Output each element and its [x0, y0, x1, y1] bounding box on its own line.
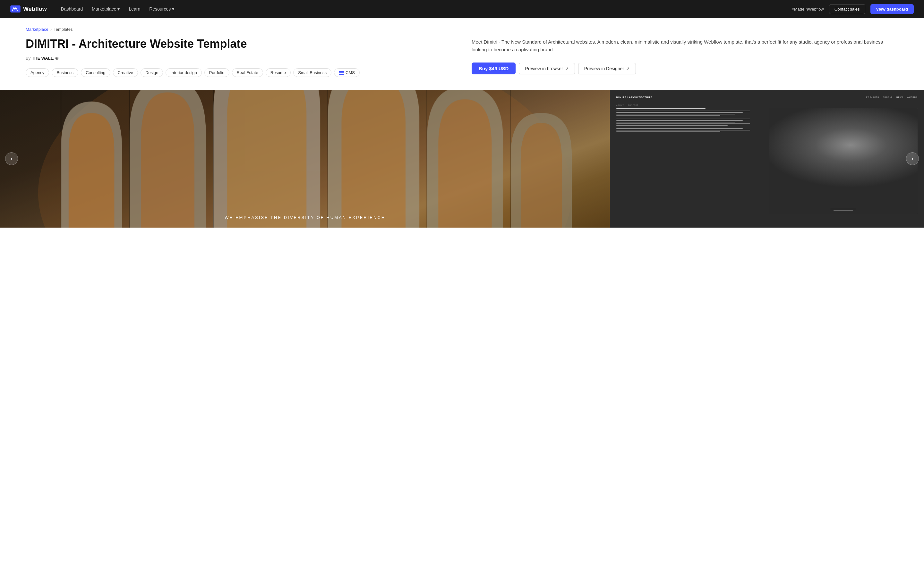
- chevron-left-icon: ‹: [11, 155, 13, 162]
- nav-dashboard[interactable]: Dashboard: [57, 5, 87, 13]
- nav-learn[interactable]: Learn: [125, 5, 144, 13]
- tag-agency[interactable]: Agency: [26, 68, 49, 77]
- breadcrumb-separator: ›: [50, 27, 52, 32]
- carousel: ‹: [0, 90, 924, 227]
- carousel-track: WE EMPHASISE THE DIVERSITY OF HUMAN EXPE…: [0, 90, 924, 227]
- breadcrumb: Marketplace › Templates: [0, 18, 924, 37]
- tag-consulting[interactable]: Consulting: [81, 68, 110, 77]
- hashtag-label: #MadeInWebflow: [792, 7, 824, 11]
- tag-resume[interactable]: Resume: [266, 68, 291, 77]
- author-by: By: [26, 56, 31, 61]
- action-buttons: Buy $49 USD Preview in browser ↗ Preview…: [472, 63, 898, 74]
- tag-creative[interactable]: Creative: [113, 68, 138, 77]
- author-name: THE WALL. ©: [32, 56, 58, 61]
- webflow-logo-icon: [10, 5, 21, 13]
- template-description: Meet Dimitri - The New Standard of Archi…: [472, 38, 898, 53]
- template-right: Meet Dimitri - The New Standard of Archi…: [472, 37, 898, 74]
- breadcrumb-marketplace[interactable]: Marketplace: [26, 27, 48, 32]
- logo-text: Webflow: [23, 6, 47, 13]
- logo[interactable]: Webflow: [10, 5, 47, 13]
- carousel-prev-button[interactable]: ‹: [5, 152, 18, 165]
- template-left: DIMITRI - Architecture Website Template …: [26, 37, 452, 77]
- tag-portfolio[interactable]: Portfolio: [204, 68, 229, 77]
- tag-interior-design[interactable]: Interior design: [166, 68, 202, 77]
- svg-rect-5: [0, 90, 610, 227]
- nav-resources[interactable]: Resources ▾: [145, 5, 178, 13]
- svg-rect-2: [339, 72, 344, 73]
- tag-business[interactable]: Business: [52, 68, 78, 77]
- carousel-slide-2: DIMITRI ARCHITECTURE PROJECTS PEOPLE NEW…: [610, 90, 924, 227]
- nav-right: #MadeInWebflow Contact sales View dashbo…: [792, 4, 914, 14]
- tag-design[interactable]: Design: [141, 68, 163, 77]
- external-link-icon: ↗: [565, 66, 569, 71]
- tags-container: Agency Business Consulting Creative Desi…: [26, 68, 452, 77]
- chevron-down-icon-2: ▾: [172, 6, 174, 11]
- arch-shapes-svg: [0, 90, 610, 227]
- nav-links: Dashboard Marketplace ▾ Learn Resources …: [57, 5, 782, 13]
- chevron-right-icon: ›: [911, 155, 913, 162]
- cms-layers-icon: [339, 71, 344, 75]
- chevron-down-icon: ▾: [118, 6, 120, 11]
- tag-cms[interactable]: CMS: [334, 68, 360, 77]
- mockup-content-grid: [616, 108, 918, 214]
- contact-sales-button[interactable]: Contact sales: [829, 4, 865, 14]
- carousel-slide-1: WE EMPHASISE THE DIVERSITY OF HUMAN EXPE…: [0, 90, 610, 227]
- tag-small-business[interactable]: Small Business: [293, 68, 331, 77]
- template-author: By THE WALL. ©: [26, 56, 452, 61]
- view-dashboard-button[interactable]: View dashboard: [871, 4, 914, 14]
- svg-rect-1: [339, 71, 344, 72]
- nav-marketplace[interactable]: Marketplace ▾: [88, 5, 124, 13]
- preview-designer-button[interactable]: Preview in Designer ↗: [578, 63, 636, 74]
- preview-browser-button[interactable]: Preview in browser ↗: [519, 63, 575, 74]
- navbar: Webflow Dashboard Marketplace ▾ Learn Re…: [0, 0, 924, 18]
- external-link-icon-2: ↗: [626, 66, 630, 71]
- carousel-next-button[interactable]: ›: [906, 152, 919, 165]
- slide-caption: WE EMPHASISE THE DIVERSITY OF HUMAN EXPE…: [0, 215, 610, 220]
- template-title: DIMITRI - Architecture Website Template: [26, 37, 452, 51]
- breadcrumb-templates: Templates: [53, 27, 73, 32]
- svg-rect-3: [339, 74, 344, 75]
- buy-button[interactable]: Buy $49 USD: [472, 63, 515, 74]
- mockup-nav: DIMITRI ARCHITECTURE PROJECTS PEOPLE NEW…: [616, 96, 918, 98]
- tag-real-estate[interactable]: Real Estate: [232, 68, 263, 77]
- template-header: DIMITRI - Architecture Website Template …: [0, 37, 924, 90]
